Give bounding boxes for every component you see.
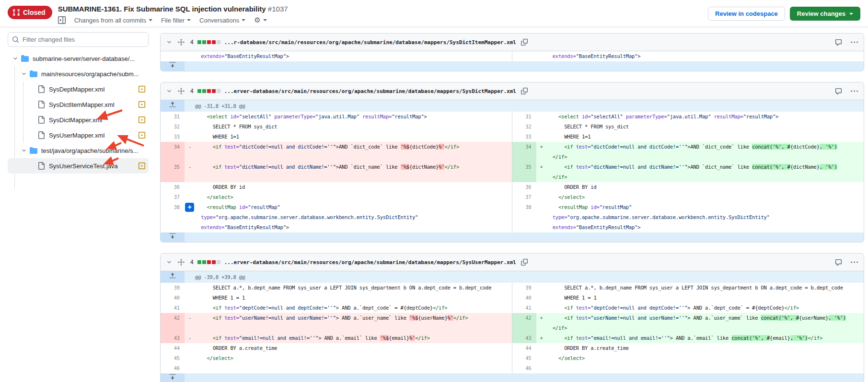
line-number[interactable]: 33 bbox=[512, 132, 536, 142]
diff-marker bbox=[536, 353, 547, 363]
line-number[interactable]: 45 bbox=[161, 353, 185, 363]
line-number[interactable]: 31 bbox=[512, 112, 536, 122]
tree-folder-submarine-server-server-database-[interactable]: submarine-server/server-database/... bbox=[8, 51, 149, 66]
tree-folder-test-java-org-apache-submarine-s-[interactable]: test/java/org/apache/submarine/s... bbox=[8, 143, 149, 158]
tree-file-sysdictmapper-xml[interactable]: SysDictMapper.xml bbox=[8, 112, 149, 127]
expand-lines-button[interactable] bbox=[161, 232, 185, 242]
code-column: SELECT a.*, b.dept_name FROM sys_user a … bbox=[547, 283, 864, 293]
overflow-menu-button[interactable] bbox=[850, 258, 859, 267]
line-number[interactable]: 44 bbox=[161, 343, 185, 353]
diffstat bbox=[197, 260, 220, 264]
changes-count: 4 bbox=[190, 39, 194, 46]
diffstat-square bbox=[217, 89, 220, 93]
line-number[interactable]: 42 bbox=[512, 313, 536, 333]
overflow-menu-button[interactable] bbox=[850, 87, 859, 96]
line-number[interactable]: 36 bbox=[161, 182, 185, 192]
line-number[interactable]: 43 bbox=[512, 333, 536, 343]
line-number[interactable]: 34 bbox=[161, 142, 185, 162]
line-number[interactable]: 41 bbox=[161, 303, 185, 313]
diff-marker: + bbox=[185, 202, 195, 232]
line-number[interactable]: 42 bbox=[161, 313, 185, 333]
tree-folder-main-resources-org-apache-subm-[interactable]: main/resources/org/apache/subm... bbox=[8, 66, 149, 81]
line-number[interactable]: 43 bbox=[161, 333, 185, 343]
comment-button[interactable] bbox=[834, 258, 843, 267]
code-line: <if test="dictName!=null and dictName!='… bbox=[195, 162, 509, 172]
line-number[interactable]: 37 bbox=[161, 192, 185, 202]
chevron-down-icon[interactable] bbox=[12, 56, 19, 61]
collapse-file-button[interactable] bbox=[165, 258, 173, 266]
diff-row: 44 ORDER BY a.create_time44 ORDER BY a.c… bbox=[161, 343, 864, 353]
collapse-file-button[interactable] bbox=[165, 38, 173, 46]
diff-cell-ctx: 33 WHERE 1=1 bbox=[512, 132, 864, 142]
expand-hunk-button[interactable] bbox=[161, 271, 185, 283]
comment-button[interactable] bbox=[834, 87, 843, 96]
line-number[interactable]: 33 bbox=[161, 132, 185, 142]
chevron-down-icon[interactable] bbox=[20, 148, 28, 153]
tree-file-sysdeptmapper-xml[interactable]: SysDeptMapper.xml bbox=[8, 81, 149, 97]
expand-lines-button[interactable] bbox=[161, 373, 185, 382]
expand-bar[interactable] bbox=[161, 61, 864, 71]
code-column: SELECT * FROM sys_dict bbox=[547, 122, 864, 132]
line-number[interactable]: 46 bbox=[161, 363, 185, 373]
diff-settings-dropdown[interactable]: ⚙ bbox=[254, 16, 266, 24]
line-number[interactable]: 39 bbox=[512, 283, 536, 293]
overflow-menu-button[interactable] bbox=[850, 38, 859, 47]
hunk-range-label: @@ -39,8 +39,8 @@ bbox=[185, 271, 864, 283]
conversations-dropdown[interactable]: Conversations bbox=[199, 17, 245, 24]
changes-from-dropdown[interactable]: Changes from all commits bbox=[74, 17, 152, 24]
comment-button[interactable] bbox=[834, 38, 843, 47]
line-number[interactable]: 31 bbox=[161, 112, 185, 122]
line-number[interactable]: 38 bbox=[161, 202, 185, 232]
filter-changed-files-input[interactable] bbox=[8, 32, 149, 47]
line-number[interactable]: 35 bbox=[161, 162, 185, 182]
line-number[interactable]: 32 bbox=[512, 122, 536, 132]
copy-path-button[interactable] bbox=[520, 258, 529, 266]
diff-marker bbox=[185, 51, 195, 61]
code-column: </select> bbox=[195, 353, 512, 363]
line-number[interactable]: 37 bbox=[512, 192, 536, 202]
code-column: ORDER BY a.create_time bbox=[547, 343, 864, 353]
line-number[interactable]: 44 bbox=[512, 343, 536, 353]
code-line: <if test="email!=null and email!=''"> AN… bbox=[195, 333, 509, 343]
line-number[interactable]: 35 bbox=[512, 162, 536, 182]
copy-path-button[interactable] bbox=[520, 87, 529, 95]
line-number[interactable]: 41 bbox=[512, 303, 536, 313]
expand-hunk-button[interactable] bbox=[161, 100, 185, 112]
diff-marker bbox=[185, 293, 195, 303]
line-number[interactable]: 40 bbox=[512, 293, 536, 303]
line-number[interactable]: 38 bbox=[512, 202, 536, 232]
expand-lines-button[interactable] bbox=[161, 61, 185, 71]
file-path: ...erver-database/src/main/resources/org… bbox=[224, 88, 516, 94]
line-number[interactable]: 32 bbox=[161, 122, 185, 132]
code-line: extends="BaseEntityResultMap"> bbox=[547, 222, 861, 232]
code-column: <if test="dictCode!=null and dictCode!='… bbox=[547, 142, 864, 162]
diff-file-card: 4...erver-database/src/main/resources/or… bbox=[160, 82, 864, 243]
line-number[interactable]: 40 bbox=[161, 293, 185, 303]
expand-bar[interactable] bbox=[161, 232, 864, 242]
line-number[interactable]: 34 bbox=[512, 142, 536, 162]
collapse-file-button[interactable] bbox=[165, 87, 173, 95]
line-number[interactable]: 45 bbox=[512, 353, 536, 363]
drag-handle-icon[interactable] bbox=[177, 38, 185, 46]
chevron-down-icon[interactable] bbox=[20, 71, 28, 77]
line-number[interactable]: 39 bbox=[161, 283, 185, 293]
diffstat-square bbox=[202, 89, 206, 93]
file-filter-dropdown[interactable]: File filter bbox=[161, 17, 191, 24]
line-number[interactable]: 36 bbox=[512, 182, 536, 192]
tree-file-sysusermapper-xml[interactable]: SysUserMapper.xml bbox=[8, 127, 149, 143]
line-number[interactable] bbox=[161, 51, 185, 61]
tree-file-sysdictitemmapper-xml[interactable]: SysDictItemMapper.xml bbox=[8, 97, 149, 112]
line-number[interactable] bbox=[512, 51, 536, 61]
review-changes-button[interactable]: Review changes bbox=[790, 7, 860, 21]
code-column: ORDER BY id bbox=[195, 182, 512, 192]
copy-path-button[interactable] bbox=[520, 38, 529, 46]
review-in-codespace-button[interactable]: Review in codespace bbox=[708, 7, 785, 21]
drag-handle-icon[interactable] bbox=[177, 258, 185, 266]
add-comment-button[interactable]: + bbox=[185, 203, 194, 212]
sidebar-toggle-button[interactable] bbox=[58, 16, 66, 24]
tree-file-sysuserservicetest-java[interactable]: SysUserServiceTest.java bbox=[8, 158, 149, 174]
line-number[interactable]: 46 bbox=[512, 363, 536, 373]
code-column: <if test="userName!=null and userName!='… bbox=[547, 313, 864, 333]
expand-bar[interactable] bbox=[161, 373, 864, 382]
drag-handle-icon[interactable] bbox=[177, 87, 185, 95]
